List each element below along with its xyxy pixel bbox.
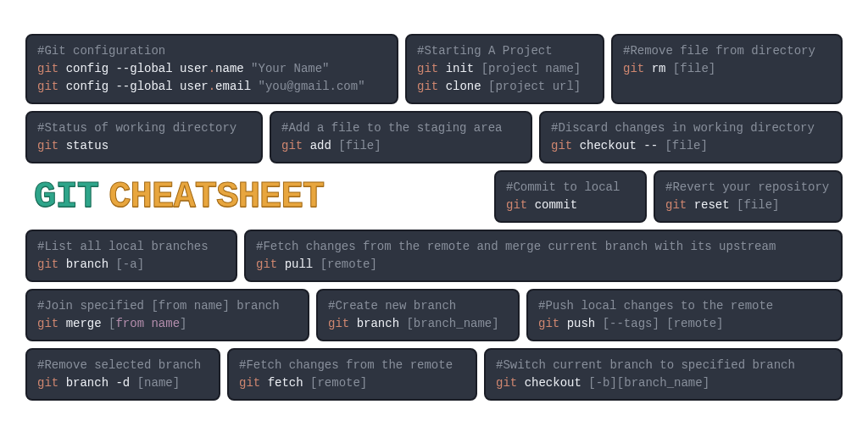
card-commit: #Commit to local git commit [494, 170, 647, 223]
row-6: #Remove selected branch git branch -d [n… [25, 348, 843, 401]
cmd-line: git fetch [remote] [239, 374, 465, 392]
row-3: GIT CHEATSHEET #Commit to local git comm… [25, 170, 843, 223]
cmd-line: git pull [remote] [256, 256, 831, 274]
comment: #Join specified [from name] branch [37, 297, 298, 315]
card-start: #Starting A Project git init [project na… [405, 34, 604, 104]
cmd-line: git clone [project url] [417, 78, 593, 96]
comment: #Starting A Project [417, 42, 593, 60]
cmd-line: git reset [file] [665, 197, 831, 214]
comment: #Add a file to the staging area [281, 119, 520, 137]
comment: #Switch current branch to specified bran… [496, 357, 831, 374]
cmd-line: git push [--tags] [remote] [538, 315, 831, 333]
comment: #Discard changes in working directory [551, 119, 831, 137]
card-remove: #Remove file from directory git rm [file… [611, 34, 843, 104]
row-4: #List all local branches git branch [-a]… [25, 230, 843, 282]
card-revert: #Revert your repository git reset [file] [654, 170, 843, 223]
cmd-line: git branch [-a] [37, 256, 225, 274]
row-1: #Git configuration git config --global u… [25, 34, 843, 104]
comment: #Fetch changes from the remote [239, 357, 465, 374]
cheatsheet-container: #Git configuration git config --global u… [25, 34, 843, 418]
card-discard: #Discard changes in working directory gi… [539, 111, 843, 163]
card-checkout: #Switch current branch to specified bran… [484, 348, 843, 401]
title-word-git: GIT [34, 175, 98, 218]
cmd-line: git checkout -- [file] [551, 137, 831, 155]
comment: #List all local branches [37, 238, 225, 256]
comment: #Remove selected branch [37, 357, 209, 374]
card-branch-del: #Remove selected branch git branch -d [n… [25, 348, 220, 401]
comment: #Create new branch [328, 297, 508, 315]
card-add: #Add a file to the staging area git add … [270, 111, 532, 163]
row-2: #Status of working directory git status … [25, 111, 843, 163]
cmd-line: git checkout [-b][branch_name] [496, 374, 831, 392]
comment: #Remove file from directory [623, 42, 831, 60]
cmd-line: git config --global user.name "Your Name… [37, 60, 387, 78]
cmd-line: git commit [506, 197, 635, 214]
cmd-line: git status [37, 137, 251, 155]
row-5: #Join specified [from name] branch git m… [25, 289, 843, 341]
card-branch-new: #Create new branch git branch [branch_na… [316, 289, 520, 341]
cmd-line: git config --global user.email "you@gmai… [37, 78, 387, 96]
card-push: #Push local changes to the remote git pu… [526, 289, 843, 341]
card-config: #Git configuration git config --global u… [25, 34, 398, 104]
cmd-line: git branch [branch_name] [328, 315, 508, 333]
card-merge: #Join specified [from name] branch git m… [25, 289, 309, 341]
cmd-line: git add [file] [281, 137, 520, 155]
card-fetch: #Fetch changes from the remote git fetch… [227, 348, 477, 401]
card-status: #Status of working directory git status [25, 111, 263, 163]
cmd-line: git init [project name] [417, 60, 593, 78]
card-branch-list: #List all local branches git branch [-a] [25, 230, 237, 282]
cmd-line: git branch -d [name] [37, 374, 209, 392]
cmd-line: git rm [file] [623, 60, 831, 78]
title-word-cheatsheet: CHEATSHEET [108, 175, 324, 218]
comment: #Revert your repository [665, 179, 831, 197]
comment: #Push local changes to the remote [538, 297, 831, 315]
card-pull: #Fetch changes from the remote and merge… [244, 230, 843, 282]
comment: #Status of working directory [37, 119, 251, 137]
title-card: GIT CHEATSHEET [25, 170, 487, 223]
cmd-line: git merge [from name] [37, 315, 298, 333]
comment: #Git configuration [37, 42, 387, 60]
comment: #Fetch changes from the remote and merge… [256, 238, 831, 256]
comment: #Commit to local [506, 179, 635, 197]
